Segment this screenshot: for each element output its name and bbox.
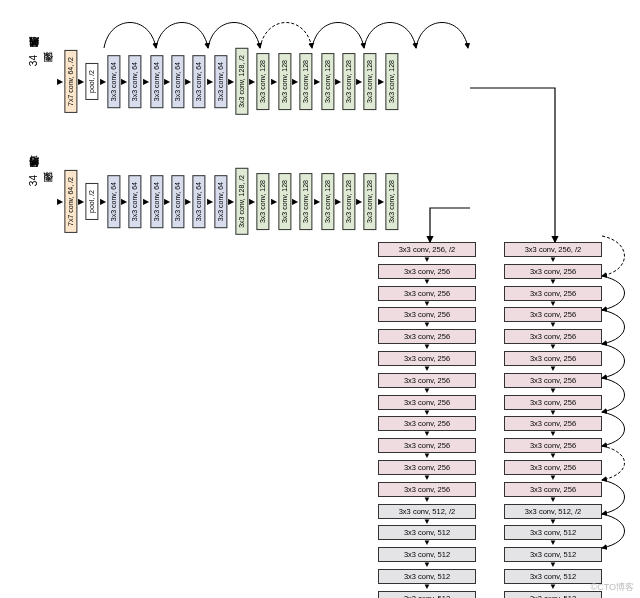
layer-c128: 3x3 conv, 128: [278, 173, 291, 230]
arrow-icon: ▶: [356, 197, 362, 206]
layer-c512: 3x3 conv, 512: [378, 591, 476, 598]
layer-c512: 3x3 conv, 512: [504, 591, 602, 598]
arrow-icon: ▶: [356, 77, 362, 86]
layer-c64: 3x3 conv, 64: [107, 175, 120, 228]
arrow-icon: ▶: [185, 77, 191, 86]
layer-c128: 3x3 conv, 128: [256, 173, 269, 230]
layer-c128s: 3x3 conv, 128, /2: [235, 168, 248, 235]
arrow-icon: ▶: [57, 77, 63, 86]
arrow-icon: ▶: [335, 77, 341, 86]
layer-c128s: 3x3 conv, 128, /2: [235, 48, 248, 115]
arrow-icon: ▶: [121, 197, 127, 206]
plain-title: 34层的普通网络: [28, 175, 39, 186]
layer-c128: 3x3 conv, 128: [363, 53, 376, 110]
arrow-icon: ▶: [271, 77, 277, 86]
arrow-icon: ▶: [378, 77, 384, 86]
layer-stem0: 7x7 conv, 64, /2: [64, 170, 77, 233]
layer-c64: 3x3 conv, 64: [171, 175, 184, 228]
layer-c128: 3x3 conv, 128: [256, 53, 269, 110]
layer-c128: 3x3 conv, 128: [299, 173, 312, 230]
arrow-icon: ▶: [228, 197, 234, 206]
watermark: ©CTO博客: [591, 581, 634, 594]
layer-c64: 3x3 conv, 64: [214, 55, 227, 108]
layer-c128: 3x3 conv, 128: [299, 53, 312, 110]
layer-c128: 3x3 conv, 128: [321, 53, 334, 110]
arrow-icon: ▶: [335, 197, 341, 206]
layer-c128: 3x3 conv, 128: [385, 53, 398, 110]
arrow-icon: ▶: [314, 197, 320, 206]
layer-c64: 3x3 conv, 64: [150, 55, 163, 108]
arrow-icon: ▶: [100, 77, 106, 86]
arrow-icon: ▶: [207, 197, 213, 206]
residual-title: 34层的残差网络: [28, 55, 39, 66]
arrow-icon: ▶: [292, 77, 298, 86]
plain-tail: 3x3 conv, 256, /2▼ 3x3 conv, 256▼ 3x3 co…: [378, 242, 476, 598]
layer-pool: pool, /2: [85, 183, 98, 220]
layer-c128: 3x3 conv, 128: [278, 53, 291, 110]
layer-c128: 3x3 conv, 128: [342, 173, 355, 230]
arrow-icon: ▶: [271, 197, 277, 206]
layer-c128: 3x3 conv, 128: [321, 173, 334, 230]
arrow-icon: ▶: [207, 77, 213, 86]
layer-c128: 3x3 conv, 128: [342, 53, 355, 110]
arrow-icon: ▶: [185, 197, 191, 206]
layer-c64: 3x3 conv, 64: [192, 175, 205, 228]
layer-c64: 3x3 conv, 64: [128, 55, 141, 108]
plain-row: ▶ 7x7 conv, 64, /2 ▶ pool, /2 ▶ 3x3 conv…: [56, 168, 398, 235]
arrow-icon: ▶: [143, 77, 149, 86]
layer-c128: 3x3 conv, 128: [385, 173, 398, 230]
arrow-icon: ▶: [164, 197, 170, 206]
layer-c64: 3x3 conv, 64: [214, 175, 227, 228]
layer-pool: pool, /2: [85, 63, 98, 100]
arrow-icon: ▶: [121, 77, 127, 86]
arrow-icon: ▶: [249, 197, 255, 206]
layer-c64: 3x3 conv, 64: [128, 175, 141, 228]
layer-c64: 3x3 conv, 64: [107, 55, 120, 108]
arrow-icon: ▶: [143, 197, 149, 206]
layer-c64: 3x3 conv, 64: [192, 55, 205, 108]
arrow-icon: ▶: [78, 197, 84, 206]
layer-stem0: 7x7 conv, 64, /2: [64, 50, 77, 113]
arrow-icon: ▶: [228, 77, 234, 86]
arrow-icon: ▶: [164, 77, 170, 86]
arrow-icon: ▶: [57, 197, 63, 206]
arrow-icon: ▶: [292, 197, 298, 206]
layer-c64: 3x3 conv, 64: [150, 175, 163, 228]
arrow-icon: ▶: [314, 77, 320, 86]
residual-row: ▶ 7x7 conv, 64, /2 ▶ pool, /2 ▶ 3x3 conv…: [56, 48, 398, 115]
residual-tail: 3x3 conv, 256, /2▼ 3x3 conv, 256▼ 3x3 co…: [504, 242, 602, 598]
arrow-icon: ▶: [78, 77, 84, 86]
layer-c128: 3x3 conv, 128: [363, 173, 376, 230]
layer-c64: 3x3 conv, 64: [171, 55, 184, 108]
arrow-icon: ▶: [249, 77, 255, 86]
arrow-icon: ▶: [378, 197, 384, 206]
arrow-icon: ▶: [100, 197, 106, 206]
